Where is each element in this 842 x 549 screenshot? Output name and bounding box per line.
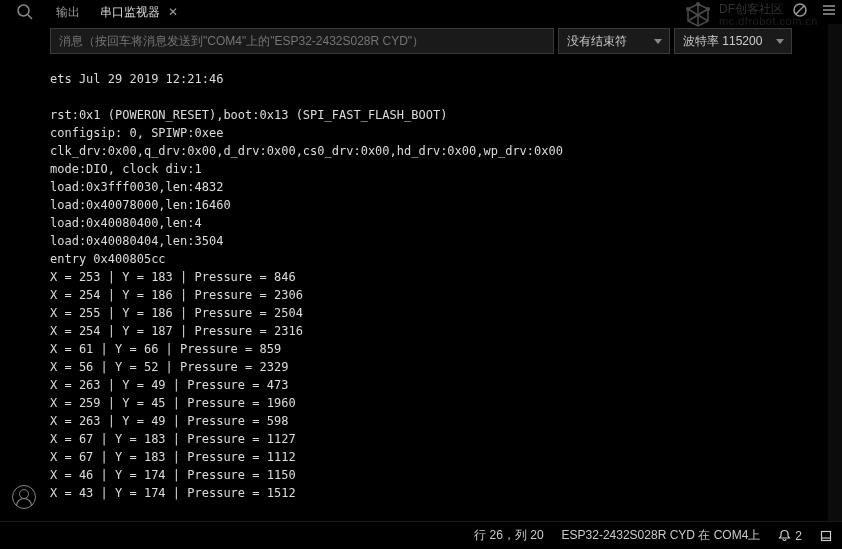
search-icon[interactable] (16, 3, 34, 25)
svg-point-6 (18, 5, 29, 16)
control-row: 没有结束符 波特率 115200 (0, 24, 842, 58)
disable-icon[interactable] (792, 2, 808, 22)
tab-bar: 输出 串口监视器 ✕ (0, 0, 842, 24)
line-ending-value: 没有结束符 (567, 33, 627, 50)
cursor-position: 行 26，列 20 (474, 527, 543, 544)
notification-count: 2 (795, 529, 802, 543)
close-icon[interactable]: ✕ (168, 5, 178, 19)
baud-value: 波特率 115200 (683, 33, 762, 50)
status-bar: 行 26，列 20 ESP32-2432S028R CYD 在 COM4上 2 (0, 521, 842, 549)
top-right-controls (792, 0, 836, 24)
account-icon[interactable] (12, 485, 36, 509)
scrollbar[interactable] (828, 24, 842, 521)
notifications[interactable]: 2 (778, 529, 802, 543)
svg-line-7 (28, 15, 32, 19)
board-port[interactable]: ESP32-2432S028R CYD 在 COM4上 (562, 527, 761, 544)
line-ending-select[interactable]: 没有结束符 (558, 28, 670, 54)
tab-serial-label: 串口监视器 (100, 4, 160, 21)
tab-serial-monitor[interactable]: 串口监视器 ✕ (90, 1, 188, 24)
menu-icon[interactable] (822, 3, 836, 21)
svg-rect-13 (822, 531, 831, 540)
footer-close-icon[interactable] (820, 530, 832, 542)
serial-message-input[interactable] (50, 28, 554, 54)
bell-icon (778, 529, 791, 542)
tab-output-label: 输出 (56, 4, 80, 21)
svg-line-9 (796, 6, 804, 14)
tab-output[interactable]: 输出 (46, 1, 90, 24)
serial-terminal: ets Jul 29 2019 12:21:46 rst:0x1 (POWERO… (0, 58, 842, 516)
baud-select[interactable]: 波特率 115200 (674, 28, 792, 54)
